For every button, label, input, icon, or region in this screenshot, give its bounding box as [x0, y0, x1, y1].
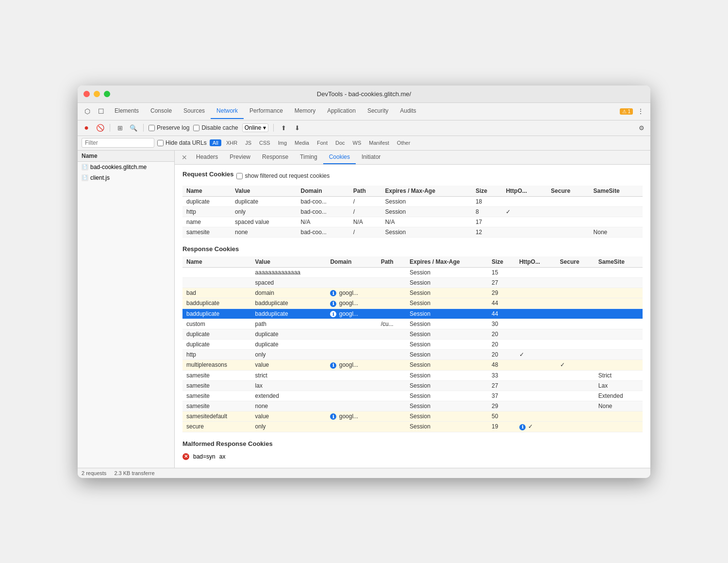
- tab-preview[interactable]: Preview: [224, 151, 256, 164]
- show-filtered-checkbox[interactable]: [236, 173, 243, 179]
- tab-audits[interactable]: Audits: [394, 103, 422, 119]
- table-row[interactable]: samesite none bad-coo... / Session 12 No…: [182, 227, 643, 237]
- table-row[interactable]: name spaced value N/A N/A N/A 17: [182, 217, 643, 227]
- maximize-button[interactable]: [104, 91, 110, 97]
- filter-icon[interactable]: ⊞: [115, 123, 125, 133]
- devtools-nav: ⬡ ☐ Elements Console Sources Network Per…: [78, 103, 650, 120]
- cell-size: 27: [488, 380, 515, 391]
- tab-initiator[interactable]: Initiator: [356, 151, 386, 164]
- download-icon[interactable]: ⬇: [292, 123, 302, 133]
- table-row[interactable]: samesite strict Session 33 Strict: [182, 370, 643, 380]
- close-button[interactable]: [83, 91, 90, 97]
- tab-console[interactable]: Console: [145, 103, 178, 119]
- cell-path: [377, 391, 406, 401]
- tab-elements[interactable]: Elements: [109, 103, 145, 119]
- hide-data-urls-checkbox[interactable]: [157, 140, 164, 146]
- table-row[interactable]: http only Session 20 ✓: [182, 350, 643, 360]
- filter-type-manifest[interactable]: Manifest: [366, 139, 392, 146]
- table-row[interactable]: aaaaaaaaaaaaaa Session 15: [182, 267, 643, 277]
- cell-expires: Session: [406, 277, 488, 288]
- cell-name: badduplicate: [182, 308, 251, 319]
- tab-response[interactable]: Response: [256, 151, 294, 164]
- filter-input[interactable]: [82, 138, 154, 148]
- settings-icon[interactable]: ⚙: [637, 123, 646, 133]
- request-count: 2 requests: [82, 470, 106, 476]
- hide-data-urls-label[interactable]: Hide data URLs: [157, 139, 207, 146]
- tab-network[interactable]: Network: [211, 103, 244, 119]
- filter-type-doc[interactable]: Doc: [332, 139, 348, 146]
- preserve-log-checkbox[interactable]: [149, 125, 155, 131]
- search-icon[interactable]: 🔍: [129, 123, 138, 133]
- tab-memory[interactable]: Memory: [289, 103, 321, 119]
- cell-domain: [326, 391, 377, 401]
- table-row[interactable]: samesitedefault value ℹ googl... Session…: [182, 411, 643, 422]
- filter-type-ws[interactable]: WS: [350, 139, 364, 146]
- hide-data-urls-text: Hide data URLs: [165, 139, 207, 146]
- sidebar-item-page[interactable]: 📄 bad-cookies.glitch.me: [78, 162, 174, 172]
- cell-value: badduplicate: [251, 308, 327, 319]
- tab-headers[interactable]: Headers: [190, 151, 224, 164]
- tab-performance[interactable]: Performance: [244, 103, 289, 119]
- close-detail-icon[interactable]: ✕: [179, 151, 190, 164]
- table-row[interactable]: http only bad-coo... / Session 8 ✓: [182, 206, 643, 217]
- table-row[interactable]: samesite lax Session 27 Lax: [182, 380, 643, 391]
- filter-type-other[interactable]: Other: [394, 139, 414, 146]
- table-row[interactable]: badduplicate badduplicate ℹ googl... Ses…: [182, 308, 643, 319]
- preserve-log-label[interactable]: Preserve log: [149, 124, 189, 131]
- col-path: Path: [377, 256, 406, 268]
- table-row[interactable]: duplicate duplicate Session 20: [182, 340, 643, 350]
- filter-type-xhr[interactable]: XHR: [223, 139, 240, 146]
- table-row[interactable]: duplicate duplicate bad-coo... / Session…: [182, 196, 643, 206]
- col-domain: Domain: [297, 186, 349, 197]
- minimize-button[interactable]: [94, 91, 100, 97]
- mobile-icon[interactable]: ☐: [95, 105, 107, 117]
- upload-icon[interactable]: ⬆: [279, 123, 288, 133]
- info-icon: ℹ: [330, 290, 336, 296]
- tab-security[interactable]: Security: [362, 103, 394, 119]
- table-row[interactable]: samesite extended Session 37 Extended: [182, 391, 643, 401]
- detail-tabs: ✕ Headers Preview Response Timing Cookie…: [175, 151, 650, 165]
- cell-name: duplicate: [182, 196, 231, 206]
- cell-name: secure: [182, 422, 251, 432]
- cell-name: http: [182, 206, 231, 217]
- table-row[interactable]: samesite none Session 29 None: [182, 401, 643, 411]
- cell-size: 20: [488, 329, 515, 340]
- cell-domain: ℹ googl...: [326, 360, 377, 371]
- table-row[interactable]: secure only Session 19 ℹ ✓: [182, 422, 643, 432]
- info-icon: ℹ: [330, 301, 336, 307]
- table-row[interactable]: badduplicate badduplicate ℹ googl... Ses…: [182, 298, 643, 309]
- cursor-icon[interactable]: ⬡: [82, 105, 93, 117]
- table-row[interactable]: duplicate duplicate Session 20: [182, 329, 643, 340]
- filter-type-font[interactable]: Font: [314, 139, 331, 146]
- disable-cache-label[interactable]: Disable cache: [193, 124, 238, 131]
- cell-size: 37: [488, 391, 515, 401]
- filter-type-js[interactable]: JS: [242, 139, 254, 146]
- clear-button[interactable]: 🚫: [95, 123, 105, 133]
- tab-application[interactable]: Application: [321, 103, 362, 119]
- tab-timing[interactable]: Timing: [294, 151, 323, 164]
- table-row[interactable]: multiplereasons value ℹ googl... Session…: [182, 360, 643, 371]
- record-button[interactable]: ●: [82, 123, 91, 133]
- tab-sources[interactable]: Sources: [178, 103, 211, 119]
- table-row[interactable]: spaced Session 27: [182, 277, 643, 288]
- request-cookies-section: Request Cookies show filtered out reques…: [182, 171, 643, 238]
- cell-samesite: [595, 267, 643, 277]
- info-icon-small: ℹ: [519, 424, 526, 430]
- disable-cache-checkbox[interactable]: [193, 125, 199, 131]
- filter-type-all[interactable]: All: [210, 139, 221, 146]
- response-cookies-section: Response Cookies Name Value Domain Path …: [182, 245, 643, 432]
- tab-cookies[interactable]: Cookies: [323, 151, 356, 164]
- table-row[interactable]: custom path /cu... Session 30: [182, 319, 643, 329]
- show-filtered-label[interactable]: show filtered out request cookies: [236, 172, 330, 179]
- filter-type-img[interactable]: Img: [275, 139, 290, 146]
- sidebar-item-client-js[interactable]: 📄 client.js: [78, 172, 174, 183]
- filter-type-css[interactable]: CSS: [256, 139, 273, 146]
- network-throttle-select[interactable]: Online ▾: [242, 123, 269, 132]
- table-row[interactable]: bad domain ℹ googl... Session 29: [182, 288, 643, 298]
- cell-domain: [326, 380, 377, 391]
- col-httpo: HttpO...: [502, 186, 547, 197]
- filter-type-media[interactable]: Media: [292, 139, 312, 146]
- cell-path: /cu...: [377, 319, 406, 329]
- more-options-icon[interactable]: ⋮: [635, 105, 646, 117]
- cell-expires: Session: [406, 360, 488, 371]
